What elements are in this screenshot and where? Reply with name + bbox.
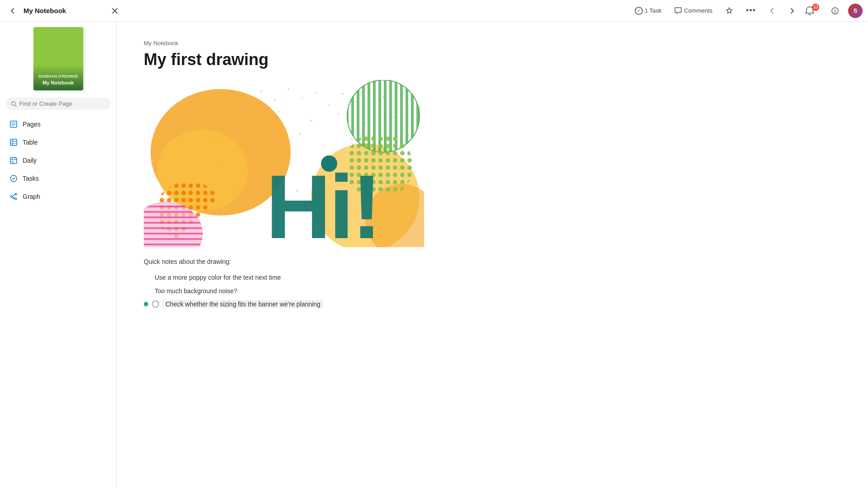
svg-point-114 [407,158,412,163]
comments-label: Comments [684,7,712,14]
more-button[interactable]: ••• [742,4,760,17]
prev-button[interactable] [765,5,779,16]
svg-point-91 [371,144,376,148]
svg-point-94 [393,144,397,148]
topbar-left: My Notebook [5,5,122,16]
sidebar: SIOBHAN O'RIORKE My Notebook Pages [0,22,117,488]
svg-point-122 [400,165,405,170]
close-icon [111,7,118,14]
star-button[interactable] [722,5,737,17]
svg-point-156 [189,183,193,188]
svg-point-83 [378,136,383,141]
svg-point-175 [196,198,200,202]
breadcrumb: My Notebook [144,40,841,47]
svg-point-172 [174,198,179,202]
svg-point-28 [310,120,312,122]
notes-label: Quick notes about the drawing: [144,258,841,265]
info-button[interactable] [827,5,843,17]
svg-point-9 [15,198,17,200]
note-item-1: Use a more poppy color for the text next… [144,271,841,284]
task-dot [144,302,148,306]
drawing-area: Hi! [144,80,424,247]
svg-point-167 [203,191,208,195]
sidebar-item-daily-label: Daily [23,157,37,164]
svg-point-37 [351,138,353,140]
svg-point-102 [386,151,390,155]
tasks-icon [9,174,18,183]
svg-point-164 [181,191,186,195]
svg-point-120 [386,165,390,170]
search-icon [11,101,17,107]
note-item-2: Too much background noise? [144,284,841,298]
svg-point-166 [196,191,200,195]
notebook-cover-label: SIOBHAN O'RIORKE My Notebook [38,74,78,86]
drawing-svg: Hi! [144,80,424,247]
notebook-name-cover: My Notebook [38,80,78,86]
sidebar-item-table-label: Table [23,139,38,146]
search-input[interactable] [19,100,105,107]
svg-point-138 [386,180,390,184]
back-button[interactable] [5,5,20,16]
notebook-cover[interactable]: SIOBHAN O'RIORKE My Notebook [33,27,83,90]
svg-point-183 [196,205,200,210]
pages-icon [9,120,18,129]
close-button[interactable] [108,5,122,16]
sidebar-item-pages-label: Pages [23,121,41,128]
svg-point-36 [324,145,326,146]
svg-point-162 [167,191,171,195]
svg-point-148 [393,187,397,192]
svg-point-157 [196,183,200,188]
daily-icon: 31 [9,156,18,165]
svg-point-111 [386,158,390,163]
svg-point-103 [393,151,397,155]
svg-point-101 [378,151,383,155]
svg-point-35 [299,133,301,135]
svg-text:31: 31 [11,160,14,163]
svg-point-168 [210,191,215,195]
svg-point-15 [288,88,289,90]
svg-point-165 [189,191,193,195]
svg-point-99 [364,151,368,155]
sidebar-item-tasks[interactable]: Tasks [0,169,116,188]
content-area: My Notebook My first drawing [117,22,868,488]
sidebar-item-table[interactable]: Table [0,133,116,151]
next-button[interactable] [785,5,799,16]
avatar[interactable]: S [848,4,863,18]
notification-container[interactable]: 10 [805,6,822,16]
svg-point-184 [203,205,208,210]
svg-point-16 [302,98,303,99]
svg-point-171 [167,198,171,202]
svg-point-173 [181,198,186,202]
back-icon [9,7,16,14]
svg-point-17 [315,92,316,94]
svg-point-13 [260,90,262,92]
svg-point-123 [407,165,412,170]
svg-point-147 [386,187,390,192]
svg-point-29 [338,113,339,115]
svg-point-170 [160,198,164,202]
topbar: My Notebook ✓ 1 Task Comments ••• [0,0,868,22]
search-box[interactable] [5,98,111,110]
task-button[interactable]: ✓ 1 Task [631,5,665,17]
notebook-author: SIOBHAN O'RIORKE [38,74,78,80]
task-label: 1 Task [645,7,661,14]
topbar-title: My Notebook [24,7,104,14]
svg-point-177 [210,198,215,202]
sidebar-item-daily[interactable]: 31 Daily [0,151,116,169]
svg-point-113 [400,158,405,163]
svg-text:Hi!: Hi! [266,156,380,247]
notification-badge: 10 [812,4,819,11]
svg-point-161 [160,191,164,195]
sidebar-item-pages[interactable]: Pages [0,115,116,133]
task-item: Check whether the sizing fits the banner… [144,298,841,310]
sidebar-item-graph[interactable]: Graph [0,188,116,206]
task-text: Check whether the sizing fits the banner… [163,300,323,308]
svg-point-174 [189,198,193,202]
svg-point-131 [400,173,405,177]
task-checkbox[interactable] [152,300,159,308]
comments-button[interactable]: Comments [670,5,716,17]
svg-point-95 [400,144,405,148]
svg-point-98 [357,151,361,155]
svg-point-97 [349,151,354,155]
svg-point-104 [400,151,405,155]
